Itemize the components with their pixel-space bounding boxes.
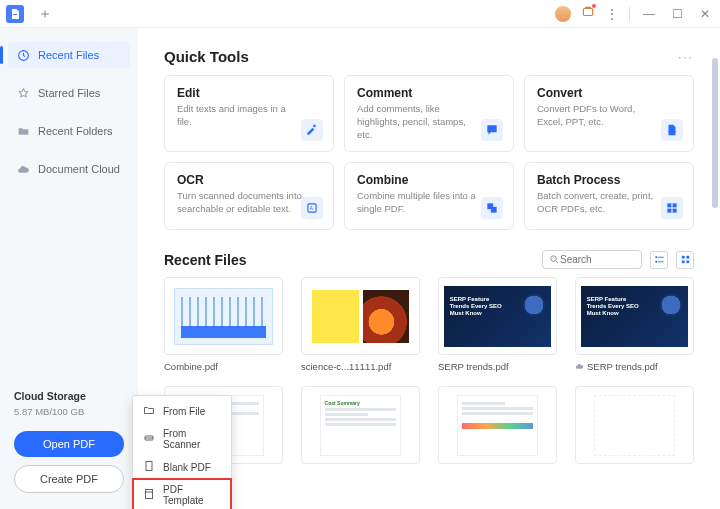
file-name: SERP trends.pdf (438, 361, 557, 372)
svg-point-12 (551, 256, 557, 262)
svg-rect-15 (655, 261, 657, 263)
search-icon (549, 254, 560, 265)
file-thumbnail: Cost Summary (301, 386, 420, 464)
context-menu-label: From Scanner (163, 428, 221, 450)
context-menu-item[interactable]: From File (133, 399, 231, 423)
file-item[interactable]: SERP Feature Trends Every SEO Must Know … (438, 277, 557, 372)
file-thumbnail (301, 277, 420, 355)
sidebar-item-starred-files[interactable]: Starred Files (8, 80, 130, 106)
file-item[interactable] (438, 386, 557, 470)
open-pdf-button[interactable]: Open PDF (14, 431, 124, 457)
clock-icon (16, 48, 30, 62)
svg-rect-19 (681, 261, 684, 264)
svg-rect-23 (146, 490, 153, 499)
title-bar: ＋ ⋮ — ☐ ✕ (0, 0, 720, 28)
cloud-storage-title: Cloud Storage (14, 390, 124, 402)
notification-icon[interactable] (581, 5, 595, 22)
cloud-storage-usage: 5.87 MB/100 GB (14, 406, 124, 417)
quick-tool-desc: Add comments, like highlights, pencil, s… (357, 103, 482, 141)
quick-tool-card[interactable]: OCR Turn scanned documents into searchab… (164, 162, 334, 230)
new-tab-button[interactable]: ＋ (38, 5, 52, 23)
sidebar-item-recent-folders[interactable]: Recent Folders (8, 118, 130, 144)
quick-tool-card[interactable]: Convert Convert PDFs to Word, Excel, PPT… (524, 75, 694, 152)
list-view-button[interactable] (650, 251, 668, 269)
quick-tool-card[interactable]: Comment Add comments, like highlights, p… (344, 75, 514, 152)
svg-rect-3 (313, 125, 316, 128)
svg-rect-17 (681, 256, 684, 259)
file-name: SERP trends.pdf (575, 361, 694, 372)
context-menu-icon (143, 488, 155, 502)
file-name: science-c...11111.pdf (301, 361, 420, 372)
sidebar-item-label: Document Cloud (38, 163, 120, 175)
file-item[interactable]: science-c...11111.pdf (301, 277, 420, 372)
app-logo-icon (6, 5, 24, 23)
svg-rect-10 (667, 209, 671, 213)
file-item[interactable]: Cost Summary (301, 386, 420, 470)
svg-rect-9 (673, 204, 677, 208)
context-menu-item[interactable]: Blank PDF (133, 455, 231, 479)
svg-rect-13 (655, 257, 657, 259)
sidebar-item-recent-files[interactable]: Recent Files (8, 42, 130, 68)
quick-tool-title: Batch Process (537, 173, 681, 187)
search-box[interactable] (542, 250, 642, 269)
star-icon (16, 86, 30, 100)
svg-rect-22 (146, 462, 152, 471)
avatar[interactable] (555, 6, 571, 22)
quick-tool-icon: A (301, 197, 323, 219)
scrollbar[interactable] (712, 58, 718, 208)
context-menu-icon (143, 404, 155, 418)
quick-tool-icon (481, 119, 503, 141)
quick-tool-icon (661, 197, 683, 219)
context-menu-label: From File (163, 406, 205, 417)
svg-rect-20 (686, 261, 689, 264)
cloud-small-icon (575, 362, 584, 371)
svg-rect-11 (673, 209, 677, 213)
cloud-icon (16, 162, 30, 176)
quick-tool-title: OCR (177, 173, 321, 187)
folder-icon (16, 124, 30, 138)
svg-rect-18 (686, 256, 689, 259)
svg-rect-7 (491, 207, 497, 213)
quick-tools-heading: Quick Tools (164, 48, 678, 65)
quick-tool-desc: Turn scanned documents into searchable o… (177, 190, 302, 216)
svg-rect-16 (658, 262, 664, 263)
file-thumbnail (575, 386, 694, 464)
sidebar-item-label: Recent Files (38, 49, 99, 61)
svg-rect-0 (13, 14, 17, 15)
file-item[interactable] (575, 386, 694, 470)
file-thumbnail: SERP Feature Trends Every SEO Must Know (438, 277, 557, 355)
kebab-menu-icon[interactable]: ⋮ (605, 6, 619, 22)
quick-tool-title: Edit (177, 86, 321, 100)
close-button[interactable]: ✕ (696, 7, 714, 21)
quick-tool-title: Convert (537, 86, 681, 100)
quick-tool-card[interactable]: Batch Process Batch convert, create, pri… (524, 162, 694, 230)
sidebar-item-label: Recent Folders (38, 125, 113, 137)
cloud-storage-section: Cloud Storage 5.87 MB/100 GB Open PDF Cr… (0, 390, 138, 501)
create-pdf-context-menu: From File From Scanner Blank PDF PDF Tem… (132, 395, 232, 509)
sidebar-item-document-cloud[interactable]: Document Cloud (8, 156, 130, 182)
quick-tool-card[interactable]: Edit Edit texts and images in a file. (164, 75, 334, 152)
file-thumbnail: SERP Feature Trends Every SEO Must Know (575, 277, 694, 355)
quick-tool-title: Combine (357, 173, 501, 187)
create-pdf-button[interactable]: Create PDF (14, 465, 124, 493)
file-thumbnail (164, 277, 283, 355)
quick-tool-desc: Edit texts and images in a file. (177, 103, 302, 129)
file-item[interactable]: SERP Feature Trends Every SEO Must Know … (575, 277, 694, 372)
sidebar: Recent Files Starred Files Recent Folder… (0, 28, 138, 509)
context-menu-icon (143, 432, 155, 446)
grid-view-button[interactable] (676, 251, 694, 269)
file-item[interactable]: Combine.pdf (164, 277, 283, 372)
context-menu-label: Blank PDF (163, 462, 211, 473)
quick-tool-icon (301, 119, 323, 141)
maximize-button[interactable]: ☐ (668, 7, 686, 21)
quick-tool-card[interactable]: Combine Combine multiple files into a si… (344, 162, 514, 230)
context-menu-item[interactable]: PDF Template (133, 479, 231, 509)
search-input[interactable] (560, 254, 630, 265)
minimize-button[interactable]: — (640, 7, 658, 21)
recent-files-heading: Recent Files (164, 252, 534, 268)
context-menu-item[interactable]: From Scanner (133, 423, 231, 455)
quick-tool-desc: Batch convert, create, print, OCR PDFs, … (537, 190, 662, 216)
svg-rect-8 (667, 204, 671, 208)
more-icon[interactable]: ··· (678, 50, 694, 64)
quick-tool-desc: Convert PDFs to Word, Excel, PPT, etc. (537, 103, 662, 129)
